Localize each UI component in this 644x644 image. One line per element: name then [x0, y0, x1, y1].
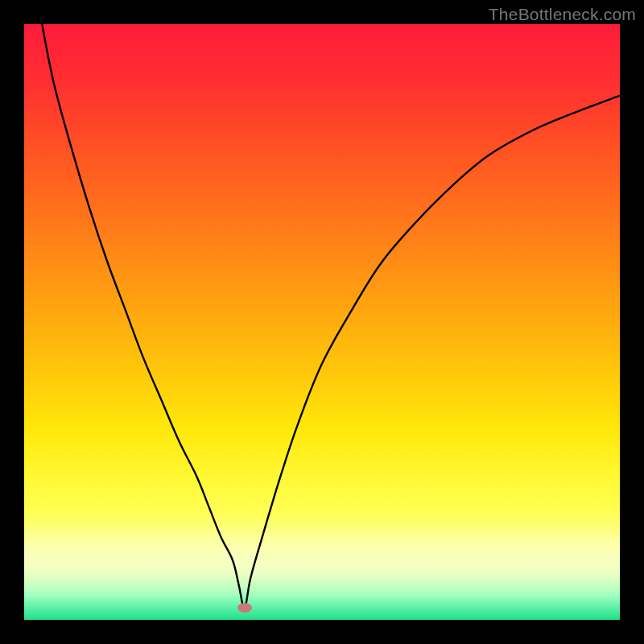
curve-layer: [24, 24, 620, 620]
watermark-text: TheBottleneck.com: [489, 5, 636, 24]
plot-area: [24, 24, 620, 620]
bottleneck-curve: [42, 24, 620, 608]
minimum-dot: [237, 603, 252, 613]
chart-frame: TheBottleneck.com: [0, 0, 644, 644]
